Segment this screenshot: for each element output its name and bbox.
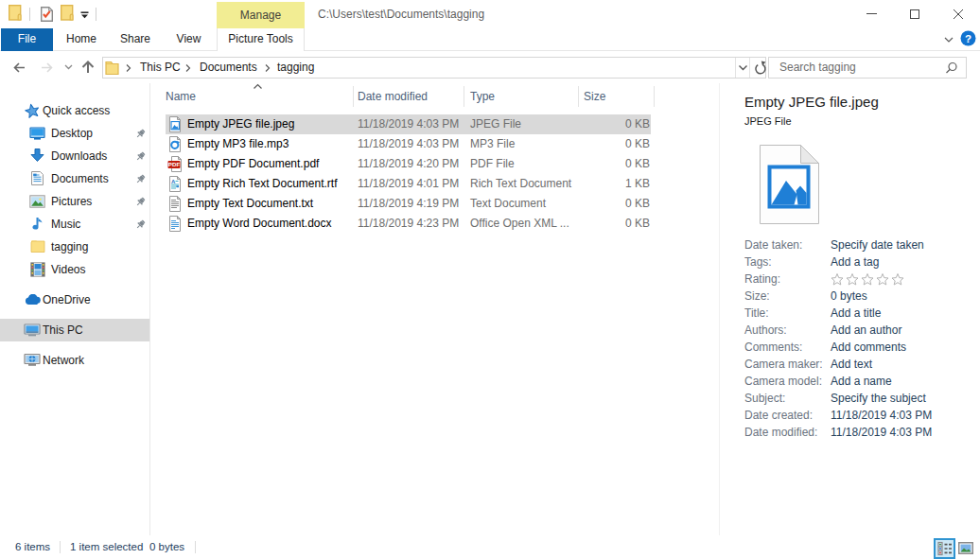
svg-text:A: A <box>171 179 176 184</box>
svg-text:?: ? <box>965 33 971 44</box>
svg-text:PDF: PDF <box>168 161 181 167</box>
